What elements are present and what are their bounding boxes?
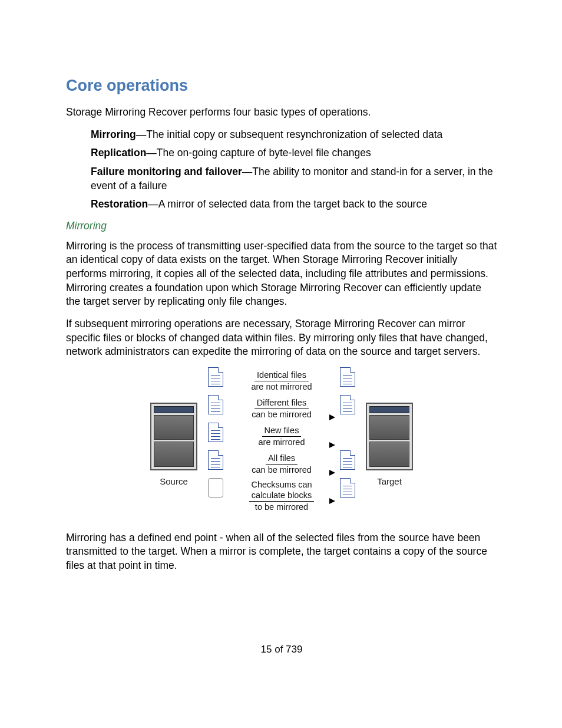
definition-term: Restoration — [91, 198, 148, 210]
label-line: New files — [262, 426, 302, 437]
intro-paragraph: Storage Mirroring Recover performs four … — [66, 106, 497, 120]
definition-list: Mirroring—The initial copy or subsequent… — [91, 128, 497, 212]
target-label: Target — [377, 476, 402, 486]
server-icon — [150, 403, 197, 470]
diagram-label: New files are mirrored — [234, 423, 329, 450]
definition-item: Mirroring—The initial copy or subsequent… — [91, 128, 497, 142]
file-icon — [340, 395, 355, 414]
source-files-column — [208, 367, 223, 498]
label-line: can be mirrored — [234, 465, 329, 475]
definition-term: Mirroring — [91, 129, 136, 140]
file-icon — [208, 450, 223, 470]
server-icon — [366, 403, 413, 470]
diagram-labels-column: Identical files are not mirrored Differe… — [234, 367, 329, 515]
body-paragraph: If subsequent mirroring operations are n… — [66, 317, 497, 359]
label-line: All files — [266, 453, 297, 465]
target-endpoint: Target — [366, 403, 413, 486]
label-line: calculate blocks — [249, 490, 314, 502]
page-title: Core operations — [66, 77, 497, 95]
file-icon — [208, 423, 223, 442]
body-paragraph: Mirroring is the process of transmitting… — [66, 239, 497, 309]
sub-heading-mirroring: Mirroring — [66, 220, 497, 232]
definition-term: Replication — [91, 147, 146, 159]
definition-desc: —A mirror of selected data from the targ… — [148, 198, 427, 210]
diagram-label: Checksums can calculate blocks to be mir… — [234, 478, 329, 515]
definition-desc: —The on-going capture of byte-level file… — [146, 147, 371, 159]
arrow-icon — [329, 442, 335, 448]
source-endpoint: Source — [150, 403, 197, 486]
definition-item: Restoration—A mirror of selected data fr… — [91, 197, 497, 212]
label-line: are not mirrored — [234, 381, 329, 392]
file-icon — [340, 478, 355, 498]
page-number: 15 of 739 — [66, 644, 497, 655]
file-icon — [208, 395, 223, 414]
arrow-icon — [329, 414, 335, 420]
diagram-label: Identical files are not mirrored — [234, 367, 329, 395]
diagram-label: All files can be mirrored — [234, 450, 329, 478]
file-icon — [208, 367, 223, 387]
definition-term: Failure monitoring and failover — [91, 166, 242, 177]
document-page: Core operations Storage Mirroring Recove… — [0, 0, 562, 691]
diagram-label: Different files can be mirrored — [234, 395, 329, 423]
arrow-icon — [329, 470, 335, 476]
label-line: can be mirrored — [234, 409, 329, 420]
label-line: Different files — [254, 398, 309, 409]
label-line: are mirrored — [234, 437, 329, 447]
target-files-column — [340, 367, 355, 498]
label-line: to be mirrored — [234, 502, 329, 512]
label-line: Checksums can — [249, 480, 314, 490]
mirroring-diagram: Source Identical files are not mirrored … — [66, 367, 497, 515]
definition-item: Replication—The on-going capture of byte… — [91, 146, 497, 160]
empty-slot — [340, 423, 355, 442]
label-line: Identical files — [254, 370, 309, 381]
body-paragraph: Mirroring has a defined end point - when… — [66, 531, 497, 573]
blank-file-icon — [208, 478, 223, 498]
source-label: Source — [160, 476, 188, 486]
definition-item: Failure monitoring and failover—The abil… — [91, 165, 497, 193]
definition-desc: —The initial copy or subsequent resynchr… — [136, 129, 442, 140]
file-icon — [340, 367, 355, 387]
file-icon — [340, 450, 355, 470]
arrow-icon — [329, 498, 335, 504]
